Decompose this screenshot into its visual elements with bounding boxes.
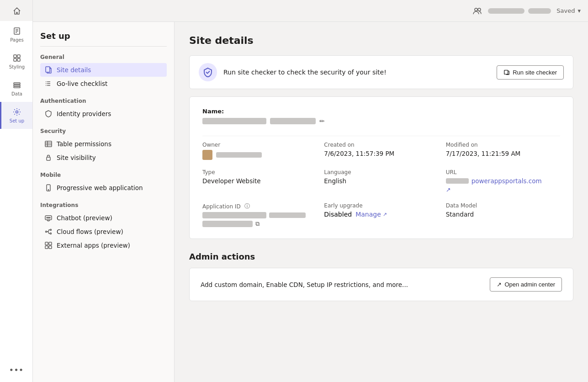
- people-icon: [472, 6, 482, 16]
- url-external-icon[interactable]: ↗: [446, 186, 560, 193]
- styling-icon: [12, 53, 21, 63]
- url-row: powerappsportals.com: [446, 177, 560, 185]
- svg-point-11: [16, 111, 18, 113]
- sidebar-item-site-details[interactable]: Site details: [40, 63, 167, 77]
- security-banner: Run site checker to check the security o…: [189, 55, 573, 89]
- owner-avatar: [202, 150, 212, 160]
- url-portal-link[interactable]: powerappsportals.com: [471, 177, 542, 185]
- checklist-icon: [45, 80, 52, 87]
- sidebar-go-live-label: Go-live checklist: [57, 80, 107, 87]
- data-model-label: Data Model: [446, 202, 560, 209]
- section-general: General: [40, 54, 167, 60]
- saved-chevron: ▾: [577, 7, 581, 14]
- app-id-info-icon[interactable]: ⓘ: [244, 202, 250, 210]
- modified-on-label: Modified on: [446, 142, 560, 148]
- pages-icon: [12, 27, 21, 36]
- sidebar-item-site-visibility[interactable]: Site visibility: [40, 151, 167, 164]
- modified-on-value: 7/17/2023, 11:21:59 AM: [446, 150, 560, 157]
- open-admin-center-button[interactable]: ↗ Open admin center: [490, 277, 562, 292]
- admin-actions-title: Admin actions: [189, 252, 573, 261]
- run-site-checker-button[interactable]: Run site checker: [497, 65, 564, 80]
- banner-shield-icon: [203, 67, 213, 77]
- sidebar-item-go-live[interactable]: Go-live checklist: [40, 77, 167, 90]
- nav-data[interactable]: Data: [0, 75, 32, 102]
- svg-point-32: [46, 231, 47, 233]
- svg-rect-39: [504, 70, 508, 74]
- language-field: Language English: [324, 169, 438, 193]
- nav-more[interactable]: •••: [9, 358, 24, 382]
- created-on-label: Created on: [324, 142, 438, 148]
- nav-styling-label: Styling: [9, 64, 25, 69]
- sidebar-item-pwa[interactable]: Progressive web application: [40, 181, 167, 195]
- nav-data-label: Data: [11, 91, 22, 96]
- sidebar-pwa-label: Progressive web application: [57, 184, 143, 191]
- early-upgrade-value-row: Disabled Manage ↗: [324, 211, 438, 218]
- svg-rect-21: [45, 141, 52, 147]
- early-upgrade-value: Disabled: [324, 211, 352, 218]
- nav-styling[interactable]: Styling: [0, 48, 32, 75]
- checker-button-icon: [503, 69, 510, 75]
- name-value-row: ✏️: [202, 117, 560, 125]
- manage-external-icon[interactable]: ↗: [383, 212, 387, 218]
- svg-rect-9: [14, 85, 20, 86]
- sidebar-chatbot-label: Chatbot (preview): [57, 214, 112, 222]
- svg-point-12: [475, 8, 477, 11]
- app-id-blurred-3: [202, 221, 253, 227]
- sidebar-item-cloud-flows[interactable]: Cloud flows (preview): [40, 225, 167, 239]
- data-model-field: Data Model Standard: [446, 202, 560, 228]
- setup-icon: [12, 107, 21, 117]
- svg-rect-35: [45, 242, 48, 245]
- svg-point-29: [47, 218, 48, 218]
- apps-icon: [45, 242, 52, 249]
- svg-rect-6: [14, 58, 16, 61]
- app-id-blurred-2: [269, 212, 306, 218]
- owner-value: [202, 150, 317, 160]
- sidebar-site-visibility-label: Site visibility: [57, 154, 96, 161]
- copy-app-id-icon[interactable]: ⧉: [255, 220, 260, 228]
- svg-rect-4: [14, 55, 16, 58]
- sidebar-table-permissions-label: Table permissions: [57, 140, 111, 148]
- admin-actions-description: Add custom domain, Enable CDN, Setup IP …: [201, 281, 408, 288]
- svg-rect-38: [49, 246, 52, 249]
- meta-grid: Owner Created on 7/6/2023, 11:57:39 PM M…: [202, 136, 560, 228]
- sidebar-identity-providers-label: Identity providers: [57, 110, 111, 117]
- people-icon-btn[interactable]: [472, 6, 482, 16]
- svg-rect-5: [17, 55, 20, 58]
- svg-rect-37: [45, 246, 48, 249]
- owner-name-blurred: [216, 152, 262, 158]
- sidebar-item-external-apps[interactable]: External apps (preview): [40, 239, 167, 252]
- sidebar: Set up General Site details: [33, 22, 175, 382]
- nav-home[interactable]: [0, 0, 32, 21]
- app-id-blurred-1: [202, 212, 266, 218]
- svg-point-13: [478, 8, 481, 11]
- home-icon: [12, 6, 21, 16]
- sidebar-item-identity-providers[interactable]: Identity providers: [40, 107, 167, 121]
- app-id-value: ⧉: [202, 212, 317, 228]
- created-on-value: 7/6/2023, 11:57:39 PM: [324, 150, 438, 157]
- owner-label: Owner: [202, 142, 317, 148]
- shield-circle: [199, 63, 217, 81]
- url-label: URL: [446, 169, 560, 175]
- nav-setup[interactable]: Set up: [0, 102, 32, 129]
- svg-rect-8: [14, 83, 20, 84]
- table-icon: [45, 140, 52, 148]
- data-model-value: Standard: [446, 211, 560, 218]
- user-info-blurred: [528, 8, 551, 14]
- saved-badge[interactable]: Saved ▾: [556, 7, 581, 14]
- sidebar-item-chatbot[interactable]: Chatbot (preview): [40, 211, 167, 225]
- language-value: English: [324, 177, 438, 185]
- svg-rect-36: [49, 242, 52, 245]
- app-id-row-2: ⧉: [202, 220, 317, 228]
- manage-link[interactable]: Manage: [355, 211, 381, 218]
- edit-name-icon[interactable]: ✏️: [319, 117, 325, 125]
- section-authentication: Authentication: [40, 98, 167, 104]
- page-title: Site details: [189, 35, 573, 46]
- lock-icon: [45, 154, 52, 161]
- sidebar-item-table-permissions[interactable]: Table permissions: [40, 137, 167, 151]
- section-security: Security: [40, 128, 167, 134]
- nav-pages[interactable]: Pages: [0, 21, 32, 48]
- language-label: Language: [324, 169, 438, 175]
- type-label: Type: [202, 169, 317, 175]
- created-on-field: Created on 7/6/2023, 11:57:39 PM: [324, 142, 438, 160]
- flows-icon: [45, 228, 52, 235]
